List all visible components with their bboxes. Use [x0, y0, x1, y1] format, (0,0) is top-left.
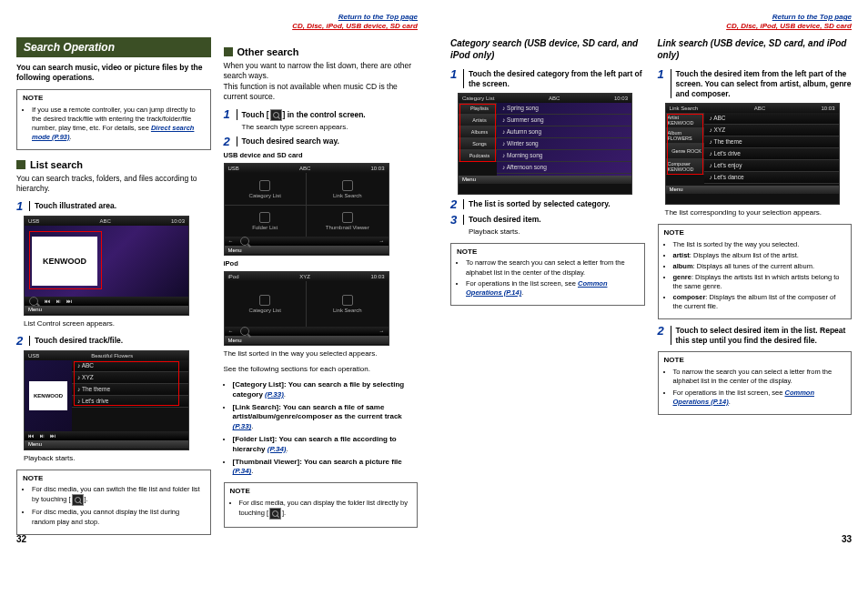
note-item: artist: Displays the album list of the a… — [673, 251, 846, 260]
menu-bar: Menu — [25, 306, 188, 314]
search-icon — [72, 494, 84, 506]
page-link[interactable]: (P.34) — [233, 467, 252, 475]
caption: Playback starts. — [24, 454, 211, 464]
note-box: NOTE The list is sorted by the way you s… — [658, 224, 853, 320]
list-search-heading: List search — [16, 159, 211, 170]
note-box: NOTE If you use a remote controller, you… — [16, 89, 211, 150]
page-link[interactable]: (P.33) — [233, 422, 252, 430]
grid-cell: Category List — [225, 173, 307, 205]
return-link[interactable]: Return to the Top page — [772, 13, 852, 21]
note-box: NOTE For disc media, you can switch the … — [16, 470, 211, 535]
grid-cell: Category List — [225, 281, 307, 327]
step-1: 1 Touch illustrated area. — [16, 200, 211, 212]
note-item: To narrow the search you can select a le… — [673, 368, 846, 386]
note-item: For disc media, you cannot display the l… — [32, 508, 205, 526]
col-2: Other search When you want to narrow the… — [224, 37, 419, 540]
list-item: ♪ Morning song — [497, 150, 631, 162]
return-link[interactable]: Return to the Top page — [338, 13, 418, 21]
grid-cell: Thumbnail Viewer — [307, 206, 389, 237]
caption: The list sorted in the way you selected … — [224, 349, 419, 359]
square-icon — [16, 160, 25, 169]
bullet-list: [Category List]: You can search a file b… — [224, 380, 419, 477]
note-item: composer: Displays the album list of the… — [673, 293, 846, 311]
step-sub: The search type screen appears. — [242, 123, 419, 133]
screenshot-usb: USBABC10:03 Category List Link Search Fo… — [224, 163, 389, 256]
col-4: Link search (USB device, SD card, and iP… — [658, 37, 853, 420]
page-32: Return to the Top page CD, Disc, iPod, U… — [0, 0, 434, 550]
page-number: 33 — [842, 534, 852, 544]
step-1: 1 Touch the desired item from the left p… — [658, 68, 853, 99]
link-search-heading: Link search (USB device, SD card, and iP… — [658, 37, 853, 61]
screenshot-list-1: USBABC10:03 KENWOOD ⏮⏯⏭ Menu — [24, 216, 189, 316]
note-box: NOTE For disc media, you can display the… — [224, 482, 419, 528]
ipod-label: iPod — [224, 259, 419, 268]
page-33: Return to the Top page CD, Disc, iPod, U… — [434, 0, 868, 550]
screenshot-ipod: iPodXYZ10:03 Category List Link Search ←… — [224, 271, 389, 346]
page-link[interactable]: (P.34) — [267, 445, 287, 453]
search-icon — [270, 109, 282, 121]
section-title: Search Operation — [16, 37, 211, 57]
search-icon — [29, 297, 38, 306]
list-item: ♪ Afternoon song — [497, 162, 631, 174]
note-item: For operations in the list screen, see C… — [673, 389, 846, 407]
other-desc: When you want to narrow the list down, t… — [224, 61, 419, 103]
breadcrumb-link[interactable]: CD, Disc, iPod, USB device, SD card — [292, 22, 418, 30]
other-search-heading: Other search — [224, 46, 419, 57]
page-spread: Return to the Top page CD, Disc, iPod, U… — [0, 0, 868, 550]
square-icon — [224, 47, 233, 56]
step-1: 1 Touch the desired category from the le… — [450, 68, 645, 89]
col-1: Search Operation You can search music, v… — [16, 37, 211, 540]
list-item: ♪ ABC — [704, 113, 839, 125]
grid-cell: Link Search — [307, 281, 389, 327]
note-item: If you use a remote controller, you can … — [32, 106, 205, 143]
note-item: The list is sorted by the way you select… — [673, 240, 846, 249]
search-icon — [269, 508, 281, 520]
note-item: For disc media, you can switch the file … — [32, 485, 205, 506]
usb-label: USB device and SD card — [224, 151, 419, 159]
screenshot-link: Link SearchABC10:03 Artist KENWOOD Album… — [665, 103, 840, 205]
note-box: NOTE To narrow the search you can select… — [450, 243, 645, 306]
list-item: ♪ Let's dance — [704, 172, 839, 184]
list-item: ♪ Spring song — [497, 103, 631, 115]
list-item: ♪ Let's enjoy — [704, 160, 839, 172]
note-item: For disc media, you can display the fold… — [239, 499, 412, 520]
list-item: ♪ Summer song — [497, 115, 631, 126]
list-item: ♪ Winter song — [497, 138, 631, 150]
page-header-right: Return to the Top page CD, Disc, iPod, U… — [450, 13, 852, 32]
step-2: 2 Touch to select desired item in the li… — [658, 325, 853, 346]
step-sub: Playback starts. — [469, 227, 645, 237]
caption: The list corresponding to your selection… — [665, 208, 853, 218]
caption: List Control screen appears. — [24, 319, 211, 329]
note-item: For operations in the list screen, see C… — [466, 279, 639, 298]
note-item: album: Displays all tunes of the current… — [673, 262, 846, 271]
step-1: 1 Touch [] in the control screen. — [224, 108, 419, 121]
list-item: ♪ Let's drive — [704, 148, 839, 160]
step-2: 2 Touch desired search way. — [224, 136, 419, 147]
step-2: 2 The list is sorted by selected categor… — [450, 198, 645, 210]
step-3: 3 Touch desired item. — [450, 214, 645, 226]
page-number: 32 — [16, 534, 26, 544]
list-search-desc: You can search tracks, folders, and file… — [16, 174, 211, 195]
step-2: 2 Touch desired track/file. — [16, 335, 211, 347]
grid-cell: Folder List — [225, 206, 307, 237]
intro-text: You can search music, video or picture f… — [16, 63, 211, 84]
page-header-left: Return to the Top page CD, Disc, iPod, U… — [16, 13, 418, 32]
note-title: NOTE — [23, 94, 205, 104]
category-search-heading: Category search (USB device, SD card, an… — [450, 37, 645, 61]
list-item: ♪ The theme — [704, 136, 839, 148]
note-box: NOTE To narrow the search you can select… — [658, 351, 853, 414]
list-item: ♪ XYZ — [704, 125, 839, 136]
list-item: ♪ Autumn song — [497, 126, 631, 138]
grid-cell: Link Search — [307, 173, 389, 205]
breadcrumb-link[interactable]: CD, Disc, iPod, USB device, SD card — [726, 22, 852, 30]
page-link[interactable]: (P.33) — [265, 390, 284, 399]
note-item: genre: Displays the artists list in whic… — [673, 273, 846, 291]
col-3: Category search (USB device, SD card, an… — [450, 37, 645, 420]
caption: See the following sections for each oper… — [224, 365, 419, 375]
note-item: To narrow the search you can select a le… — [466, 258, 639, 277]
screenshot-list-2: USBBeautiful Flowers KENWOOD ♪ ABC ♪ XYZ… — [24, 350, 189, 450]
screenshot-category: Category ListABC10:03 Playlists Artists … — [458, 93, 632, 195]
